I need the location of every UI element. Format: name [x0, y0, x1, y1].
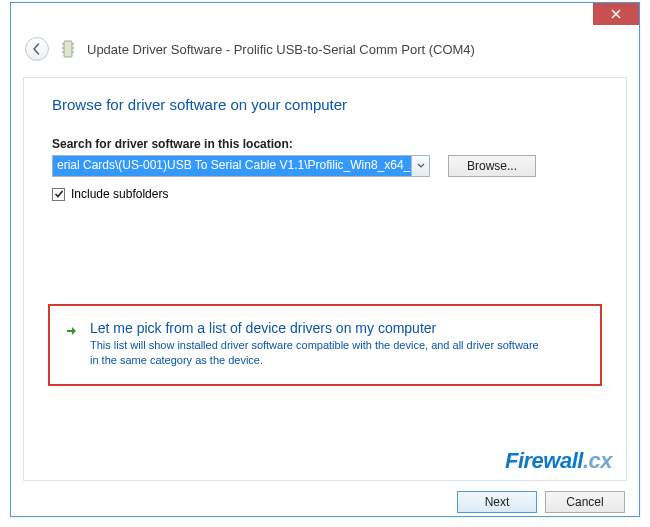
path-row: erial Cards\(US-001)USB To Serial Cable … [52, 155, 598, 177]
dialog-footer: Next Cancel [11, 481, 639, 513]
pick-from-list-option[interactable]: Let me pick from a list of device driver… [48, 304, 602, 386]
back-button[interactable] [25, 37, 49, 61]
path-combobox[interactable]: erial Cards\(US-001)USB To Serial Cable … [52, 155, 430, 177]
path-dropdown-button[interactable] [411, 156, 429, 176]
svg-rect-5 [72, 47, 74, 49]
watermark-brand: Firewall [505, 448, 583, 473]
browse-button[interactable]: Browse... [448, 155, 536, 177]
driver-chip-icon [59, 38, 77, 60]
option-description: This list will show installed driver sof… [90, 338, 550, 368]
watermark: Firewall.cx [505, 448, 612, 474]
back-arrow-icon [31, 43, 43, 55]
close-icon [611, 9, 621, 19]
next-button[interactable]: Next [457, 491, 537, 513]
chevron-down-icon [417, 163, 425, 169]
content-area: Browse for driver software on your compu… [23, 77, 627, 481]
svg-rect-6 [72, 51, 74, 53]
svg-rect-0 [64, 41, 72, 57]
include-subfolders-label: Include subfolders [71, 187, 168, 201]
path-value[interactable]: erial Cards\(US-001)USB To Serial Cable … [53, 156, 411, 176]
search-location-label: Search for driver software in this locat… [52, 137, 598, 151]
include-subfolders-row[interactable]: Include subfolders [52, 187, 598, 201]
dialog-window: Update Driver Software - Prolific USB-to… [10, 2, 640, 517]
titlebar [11, 3, 639, 31]
include-subfolders-checkbox[interactable] [52, 188, 65, 201]
close-button[interactable] [593, 3, 639, 25]
page-heading: Browse for driver software on your compu… [52, 96, 598, 113]
watermark-suffix: .cx [583, 448, 612, 473]
cancel-button[interactable]: Cancel [545, 491, 625, 513]
option-title: Let me pick from a list of device driver… [90, 320, 550, 336]
svg-rect-3 [62, 51, 64, 53]
header-row: Update Driver Software - Prolific USB-to… [11, 31, 639, 71]
svg-rect-4 [72, 43, 74, 45]
arrow-right-icon [64, 323, 80, 339]
svg-rect-1 [62, 43, 64, 45]
svg-rect-2 [62, 47, 64, 49]
dialog-title: Update Driver Software - Prolific USB-to… [87, 42, 475, 57]
checkmark-icon [54, 189, 64, 199]
